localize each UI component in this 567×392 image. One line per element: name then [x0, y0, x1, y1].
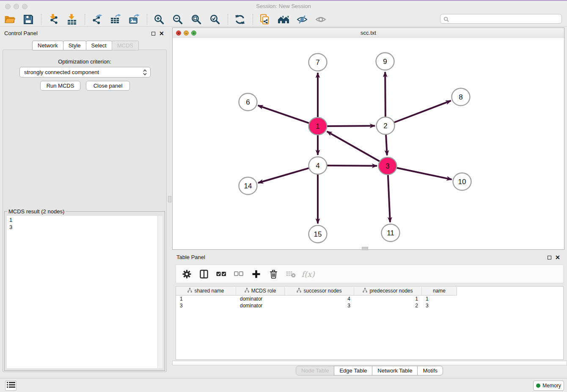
open-session-icon[interactable] [4, 13, 16, 26]
edge-3-1[interactable] [327, 131, 380, 161]
network-window-titlebar[interactable]: ✕ – + scc.txt [173, 28, 564, 39]
graph-node-8[interactable]: 8 [452, 88, 470, 106]
graph-node-14[interactable]: 14 [239, 177, 257, 195]
close-panel-button[interactable]: Close panel [86, 81, 130, 91]
tab-mcds[interactable]: MCDS [112, 41, 139, 50]
column-header-predecessor-nodes[interactable]: predecessor nodes [354, 287, 422, 295]
select-all-icon[interactable] [216, 268, 227, 280]
memory-status-icon [536, 384, 540, 388]
svg-text:3: 3 [385, 162, 389, 170]
graph-node-1[interactable]: 1 [309, 118, 327, 135]
cell[interactable]: 2 [354, 303, 422, 309]
table-header-row: shared nameMCDS rolesuccessor nodesprede… [176, 287, 457, 295]
table-panel-title: Table Panel [176, 254, 205, 260]
network-splitter-grip[interactable] [362, 247, 368, 250]
panel-splitter-grip[interactable] [168, 196, 171, 202]
export-network-icon[interactable] [91, 13, 103, 26]
column-label: successor nodes [303, 288, 341, 294]
table-tab-motifs[interactable]: Motifs [417, 366, 443, 375]
search-input[interactable] [451, 15, 561, 24]
close-panel-icon[interactable]: ✕ [159, 31, 164, 36]
mcds-result-list[interactable]: 1 3 [7, 216, 162, 368]
graph-node-9[interactable]: 9 [376, 53, 394, 70]
column-header-successor-nodes[interactable]: successor nodes [285, 287, 354, 295]
zoom-in-icon[interactable] [153, 13, 165, 26]
graph-canvas[interactable]: 7968124314101511 [173, 38, 564, 249]
network-graph: 7968124314101511 [173, 38, 564, 249]
edge-3-10[interactable] [396, 168, 452, 179]
export-table-icon[interactable] [110, 13, 121, 26]
float-panel-icon[interactable] [151, 32, 155, 36]
zoom-out-icon[interactable] [172, 13, 184, 26]
zoom-selected-icon[interactable] [209, 13, 221, 26]
graph-node-2[interactable]: 2 [377, 117, 395, 135]
graph-node-10[interactable]: 10 [453, 173, 471, 190]
import-table-icon[interactable] [66, 13, 78, 26]
svg-text:6: 6 [246, 98, 250, 106]
svg-text:9: 9 [383, 58, 387, 66]
edge-2-9[interactable] [385, 72, 385, 117]
cell[interactable]: 1 [176, 296, 236, 302]
table-tab-node-table[interactable]: Node Table [296, 366, 335, 375]
add-column-icon[interactable] [250, 268, 261, 280]
tab-select[interactable]: Select [86, 41, 112, 50]
graph-node-6[interactable]: 6 [239, 94, 257, 111]
apply-layout-icon[interactable] [234, 13, 246, 26]
edge-2-3[interactable] [386, 135, 387, 155]
cell[interactable]: dominator [236, 296, 285, 302]
table-tab-network-table[interactable]: Network Table [372, 366, 418, 375]
home-icon[interactable] [278, 13, 289, 26]
node-table[interactable]: shared nameMCDS rolesuccessor nodesprede… [176, 286, 564, 360]
cell[interactable]: 3 [422, 303, 457, 309]
graph-node-7[interactable]: 7 [309, 54, 327, 71]
table-row[interactable]: 3dominator323 [176, 302, 563, 309]
result-scrollbar[interactable] [157, 216, 162, 368]
run-mcds-button[interactable]: Run MCDS [40, 81, 80, 91]
cell[interactable]: 3 [285, 303, 354, 309]
show-details-icon[interactable] [315, 13, 327, 26]
edge-3-11[interactable] [388, 175, 390, 222]
delete-columns-icon[interactable] [268, 268, 279, 280]
cell[interactable]: dominator [236, 303, 285, 309]
export-image-icon[interactable] [128, 13, 140, 26]
zoom-fit-icon[interactable] [190, 13, 202, 26]
toolbar-separator [41, 14, 41, 25]
table-row[interactable]: 1dominator411 [176, 295, 563, 302]
edge-4-14[interactable] [258, 168, 309, 183]
edge-1-2[interactable] [327, 126, 375, 126]
memory-button[interactable]: Memory [533, 381, 564, 391]
panel-menu-button[interactable] [5, 381, 17, 391]
edge-2-8[interactable] [394, 101, 451, 123]
tab-style[interactable]: Style [63, 41, 86, 50]
edge-1-6[interactable] [258, 105, 310, 123]
column-header-MCDS-role[interactable]: MCDS role [236, 287, 285, 295]
search-box[interactable] [440, 14, 562, 24]
float-table-panel-icon[interactable] [548, 256, 551, 259]
table-tab-edge-table[interactable]: Edge Table [334, 366, 372, 375]
graph-node-15[interactable]: 15 [309, 226, 327, 243]
hide-details-icon[interactable] [296, 13, 308, 26]
save-session-icon[interactable] [22, 13, 34, 26]
import-network-icon[interactable] [47, 13, 59, 26]
clone-network-icon[interactable] [259, 13, 271, 26]
column-label: MCDS role [251, 288, 276, 294]
criterion-select[interactable]: strongly connected component [19, 67, 151, 77]
cell[interactable]: 4 [285, 296, 354, 302]
show-columns-icon[interactable] [198, 268, 209, 280]
cell[interactable]: 3 [176, 303, 236, 309]
column-header-shared-name[interactable]: shared name [176, 287, 236, 295]
edge-4-3[interactable] [327, 166, 377, 166]
cell[interactable]: 1 [354, 296, 422, 302]
graph-node-3[interactable]: 3 [379, 157, 397, 175]
tab-network[interactable]: Network [32, 41, 63, 50]
table-settings-icon[interactable] [181, 268, 192, 280]
graph-node-4[interactable]: 4 [309, 157, 327, 174]
table-scrollbar[interactable] [172, 361, 567, 365]
column-header-name[interactable]: name [422, 287, 457, 295]
unselect-all-icon[interactable] [233, 268, 244, 280]
cell[interactable]: 1 [422, 296, 457, 302]
graph-node-11[interactable]: 11 [382, 224, 400, 242]
svg-text:10: 10 [458, 178, 466, 186]
table-toolbar: f(x) [176, 265, 564, 283]
close-table-panel-icon[interactable]: ✕ [555, 255, 560, 260]
